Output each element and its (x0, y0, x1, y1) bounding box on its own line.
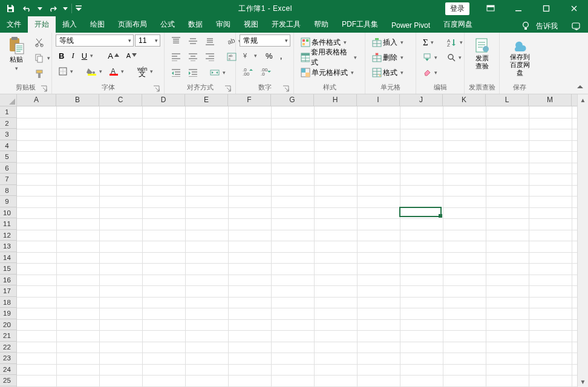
row-header-9[interactable]: 9 (0, 196, 16, 207)
row-header-22[interactable]: 22 (0, 342, 16, 353)
insert-cells-button[interactable]: 插入▾ (369, 36, 408, 49)
maximize-button[interactable] (532, 0, 560, 17)
format-cells-button[interactable]: 格式▾ (369, 66, 408, 79)
align-launcher[interactable] (224, 85, 232, 93)
scroll-up-button[interactable]: ▲ (578, 94, 588, 105)
col-header-G[interactable]: G (271, 94, 314, 106)
row-header-1[interactable]: 1 (0, 106, 16, 118)
clipboard-launcher[interactable] (41, 85, 48, 93)
save-icon[interactable] (2, 1, 18, 16)
find-select-button[interactable]: ▾ (444, 51, 467, 64)
border-button[interactable]: ▾ (56, 65, 77, 78)
row-header-8[interactable]: 8 (0, 185, 16, 197)
tab-file[interactable]: 文件 (0, 16, 28, 33)
row-header-16[interactable]: 16 (0, 275, 16, 286)
close-button[interactable] (560, 0, 588, 17)
row-header-4[interactable]: 4 (0, 140, 16, 152)
tab-home[interactable]: 开始 (28, 16, 56, 33)
vertical-scrollbar[interactable]: ▲ ▼ (577, 94, 588, 387)
row-header-13[interactable]: 13 (0, 241, 16, 252)
row-header-24[interactable]: 24 (0, 364, 16, 376)
font-color-button[interactable]: A▾ (108, 65, 128, 78)
lightbulb-icon[interactable] (519, 19, 532, 33)
login-button[interactable]: 登录 (445, 2, 469, 15)
font-name-combo[interactable]: 等线▾ (56, 34, 134, 47)
row-header-20[interactable]: 20 (0, 319, 16, 331)
active-cell[interactable] (399, 207, 442, 218)
row-header-10[interactable]: 10 (0, 207, 16, 219)
row-header-6[interactable]: 6 (0, 163, 16, 174)
tab-power[interactable]: Power Pivot (385, 18, 437, 33)
delete-cells-button[interactable]: 删除▾ (369, 51, 408, 64)
redo-dropdown[interactable] (62, 1, 69, 16)
undo-button[interactable] (19, 1, 35, 16)
row-header-14[interactable]: 14 (0, 252, 16, 264)
autosum-button[interactable]: Σ▾ (420, 36, 442, 49)
tab-baidu[interactable]: 百度网盘 (437, 16, 479, 33)
row-header-21[interactable]: 21 (0, 330, 16, 342)
row-header-7[interactable]: 7 (0, 174, 16, 185)
tab-layout[interactable]: 页面布局 (111, 16, 154, 33)
paste-button[interactable]: 粘贴 ▾ (4, 34, 29, 76)
col-header-D[interactable]: D (142, 94, 185, 106)
col-header-B[interactable]: B (56, 94, 99, 106)
col-header-A[interactable]: A (17, 94, 56, 106)
row-header-5[interactable]: 5 (0, 151, 16, 163)
decrease-decimal-button[interactable]: .00.0 (258, 65, 275, 78)
row-header-15[interactable]: 15 (0, 263, 16, 275)
percent-button[interactable]: % (263, 49, 276, 62)
scroll-down-button[interactable]: ▼ (578, 376, 588, 387)
phonetic-button[interactable]: wén文▾ (134, 65, 158, 78)
clear-button[interactable]: ▾ (420, 66, 442, 79)
row-header-19[interactable]: 19 (0, 308, 16, 319)
row-header-11[interactable]: 11 (0, 218, 16, 230)
tab-draw[interactable]: 绘图 (83, 16, 111, 33)
col-header-F[interactable]: F (228, 94, 271, 106)
select-all-corner[interactable] (0, 94, 17, 106)
cell-styles-button[interactable]: 单元格样式▾ (298, 66, 361, 79)
increase-decimal-button[interactable]: .0.00 (240, 65, 256, 78)
invoice-button[interactable]: 发票 查验 (470, 34, 494, 73)
cut-button[interactable] (31, 36, 54, 49)
font-size-combo[interactable]: 11▾ (135, 34, 160, 47)
row-header-12[interactable]: 12 (0, 230, 16, 241)
increase-font-button[interactable]: A (105, 49, 122, 62)
align-left-button[interactable] (168, 50, 184, 63)
cells-area[interactable] (17, 106, 577, 387)
tab-review[interactable]: 审阅 (209, 16, 237, 33)
col-header-M[interactable]: M (529, 94, 572, 106)
tab-view[interactable]: 视图 (237, 16, 265, 33)
align-bottom-button[interactable] (202, 34, 218, 48)
row-header-18[interactable]: 18 (0, 297, 16, 308)
ribbon-display-icon[interactable] (477, 0, 505, 17)
tell-me[interactable]: 告诉我 (536, 21, 558, 31)
number-format-combo[interactable]: 常规▾ (240, 34, 290, 47)
col-header-K[interactable]: K (443, 94, 486, 106)
col-header-E[interactable]: E (185, 94, 228, 106)
qat-customize[interactable] (74, 1, 83, 16)
table-format-button[interactable]: 套用表格格式▾ (298, 51, 361, 64)
tab-data[interactable]: 数据 (181, 16, 209, 33)
col-header-C[interactable]: C (99, 94, 142, 106)
fill-button[interactable]: ▾ (420, 51, 442, 64)
tab-formula[interactable]: 公式 (154, 16, 181, 33)
underline-button[interactable]: U▾ (79, 49, 97, 62)
bold-button[interactable]: B (56, 49, 67, 62)
comma-button[interactable]: , (277, 49, 286, 62)
increase-indent-button[interactable] (185, 66, 201, 79)
collapse-ribbon-button[interactable] (576, 83, 584, 91)
tab-pdf[interactable]: PDF工具集 (335, 16, 385, 33)
decrease-indent-button[interactable] (168, 66, 184, 79)
tab-help[interactable]: 帮助 (307, 16, 335, 33)
format-painter-button[interactable] (31, 67, 54, 80)
col-header-J[interactable]: J (400, 94, 443, 106)
align-right-button[interactable] (202, 50, 218, 63)
redo-button[interactable] (45, 1, 60, 16)
share-icon[interactable] (570, 19, 583, 33)
fill-color-button[interactable]: ▾ (83, 65, 106, 78)
sort-filter-button[interactable]: AZ▾ (444, 36, 467, 49)
save-baidu-button[interactable]: 保存到 百度网盘 (503, 34, 536, 80)
row-header-25[interactable]: 25 (0, 375, 16, 386)
align-top-button[interactable] (168, 34, 184, 48)
col-header-L[interactable]: L (486, 94, 529, 106)
